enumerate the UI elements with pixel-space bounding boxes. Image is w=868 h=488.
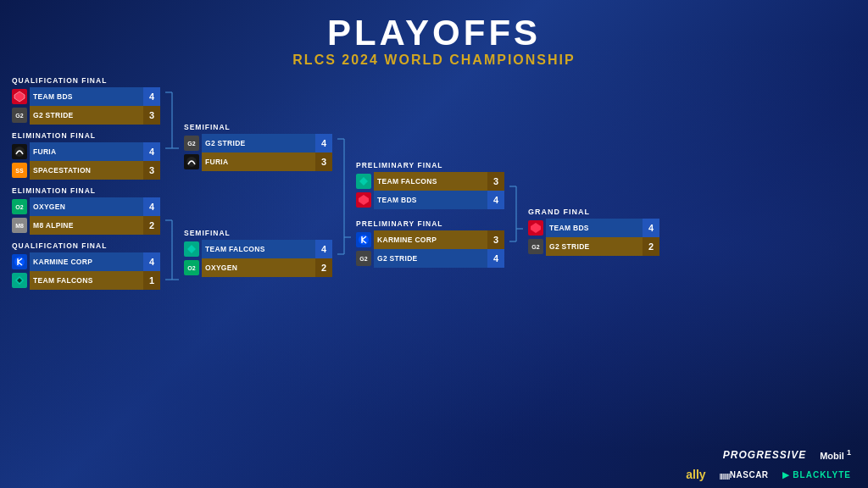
icon-furia <box>12 144 27 159</box>
connector-svg-1-2 <box>165 76 179 364</box>
svg-marker-14 <box>187 245 196 253</box>
icon-furia-sf1 <box>184 154 199 169</box>
sponsors-row1: PROGRESSIVE Mobil 1 <box>723 448 851 461</box>
round-label-sf2: SEMIFINAL <box>184 229 332 237</box>
sponsor-nascar: |||||||NASCAR <box>720 470 769 480</box>
prelim-final-2: PRELIMINARY FINAL KARMINE CORP 3 G2 G2 S… <box>356 219 504 268</box>
connector-2-3 <box>337 123 351 411</box>
team-row-bds-1: TEAM BDS 4 <box>12 87 160 106</box>
label-ss: SPACESTATION <box>30 161 143 180</box>
name-ss: SPACESTATION <box>33 166 139 175</box>
icon-falcons-qf2 <box>12 273 27 288</box>
label-m8: M8 ALPINE <box>30 216 143 235</box>
score-oxygen-sf2: 2 <box>315 258 332 277</box>
label-g2-sf1: G2 STRIDE <box>202 134 315 152</box>
name-oxygen-sf2: OXYGEN <box>205 263 311 272</box>
team-row-falcons-sf2: TEAM FALCONS 4 <box>184 240 332 258</box>
col-semifinals: SEMIFINAL G2 G2 STRIDE 4 FURIA <box>184 123 332 277</box>
col-grand-final: GRAND FINAL TEAM BDS 4 G2 G2 STRIDE <box>528 208 659 256</box>
label-g2-pf2: G2 STRIDE <box>374 249 487 268</box>
team-row-g2-sf1: G2 G2 STRIDE 4 <box>184 134 332 152</box>
icon-g2-qf1: G2 <box>12 108 27 123</box>
team-row-bds-gf: TEAM BDS 4 <box>528 219 659 237</box>
score-falcons-sf2: 4 <box>315 240 332 258</box>
name-falcons-pf1: TEAM FALCONS <box>377 177 483 186</box>
score-g2-qf1: 3 <box>143 106 160 125</box>
icon-m8: M8 <box>12 218 27 233</box>
svg-point-2 <box>14 257 25 267</box>
semifinal-1: SEMIFINAL G2 G2 STRIDE 4 FURIA <box>184 123 332 171</box>
semifinal-spacer <box>184 178 332 229</box>
score-bds-gf: 4 <box>643 219 659 237</box>
label-bds-pf1: TEAM BDS <box>374 191 487 209</box>
score-g2-gf: 2 <box>643 237 659 256</box>
team-row-m8: M8 M8 ALPINE 2 <box>12 216 160 235</box>
qual-final-1: QUALIFICATION FINAL TEAM BDS 4 G2 G2 STR… <box>12 76 160 125</box>
team-row-g2-gf: G2 G2 STRIDE 2 <box>528 237 659 256</box>
team-row-falcons-pf1: TEAM FALCONS 3 <box>356 172 504 191</box>
icon-bds-pf1 <box>356 192 371 208</box>
name-oxygen: OXYGEN <box>33 202 139 211</box>
name-kc-qf2: KARMINE CORP <box>33 258 139 266</box>
name-g2-gf: G2 STRIDE <box>549 242 638 251</box>
score-ss: 3 <box>143 161 160 180</box>
connector-svg-3-4 <box>509 161 523 449</box>
grand-final: GRAND FINAL TEAM BDS 4 G2 G2 STRIDE <box>528 208 659 256</box>
qual-final-2: QUALIFICATION FINAL KARMINE CORP 4 <box>12 241 160 290</box>
label-bds-1: TEAM BDS <box>30 87 143 106</box>
team-row-bds-pf1: TEAM BDS 4 <box>356 191 504 209</box>
sponsor-progressive: PROGRESSIVE <box>723 449 806 461</box>
name-furia-sf1: FURIA <box>205 158 311 166</box>
icon-oxygen-sf2: O2 <box>184 260 199 275</box>
label-bds-gf: TEAM BDS <box>546 219 643 237</box>
round-label-ef2: ELIMINATION FINAL <box>12 186 160 195</box>
sponsor-blacklyte: ▶ BLACKLYTE <box>782 470 851 480</box>
team-row-furia-sf1: FURIA 3 <box>184 152 332 171</box>
label-g2-qf1: G2 STRIDE <box>30 106 143 125</box>
icon-g2-gf: G2 <box>528 239 543 254</box>
svg-point-13 <box>186 157 197 167</box>
subtitle: RLCS 2024 WORLD CHAMPIONSHIP <box>0 53 868 68</box>
name-bds-pf1: TEAM BDS <box>377 196 483 204</box>
semifinal-2: SEMIFINAL TEAM FALCONS 4 O2 OXYGEN <box>184 229 332 277</box>
icon-g2-sf1: G2 <box>184 136 199 151</box>
round-label-sf1: SEMIFINAL <box>184 123 332 131</box>
label-oxygen-sf2: OXYGEN <box>202 258 315 277</box>
icon-bds-gf <box>528 220 543 236</box>
label-falcons-qf2: TEAM FALCONS <box>30 271 143 290</box>
sponsor-mobil: Mobil 1 <box>820 448 851 461</box>
score-oxygen: 4 <box>143 197 160 216</box>
icon-g2-pf2: G2 <box>356 251 371 266</box>
score-furia: 4 <box>143 142 160 161</box>
score-falcons-pf1: 3 <box>487 172 504 191</box>
col-round1: QUALIFICATION FINAL TEAM BDS 4 G2 G2 STR… <box>12 76 160 290</box>
team-row-g2-qf1: G2 G2 STRIDE 3 <box>12 106 160 125</box>
icon-falcons-pf1 <box>356 174 371 189</box>
sponsors-section: PROGRESSIVE Mobil 1 ally |||||||NASCAR ▶… <box>614 448 851 481</box>
team-row-kc-pf2: KARMINE CORP 3 <box>356 230 504 249</box>
svg-marker-0 <box>14 92 25 102</box>
score-kc-qf2: 4 <box>143 252 160 271</box>
svg-point-22 <box>359 235 369 245</box>
score-furia-sf1: 3 <box>315 152 332 171</box>
page-background: PLAYOFFS RLCS 2024 WORLD CHAMPIONSHIP QU… <box>0 0 868 449</box>
team-row-oxygen-sf2: O2 OXYGEN 2 <box>184 258 332 277</box>
label-g2-gf: G2 STRIDE <box>546 237 643 256</box>
name-bds-gf: TEAM BDS <box>549 224 638 232</box>
name-g2-qf1: G2 STRIDE <box>33 111 139 119</box>
col-prelim: PRELIMINARY FINAL TEAM FALCONS 3 <box>356 161 504 268</box>
round-label-pf2: PRELIMINARY FINAL <box>356 219 504 228</box>
team-row-oxygen: O2 OXYGEN 4 <box>12 197 160 216</box>
name-falcons-sf2: TEAM FALCONS <box>205 245 311 253</box>
label-kc-qf2: KARMINE CORP <box>30 252 143 271</box>
round-label-qf2: QUALIFICATION FINAL <box>12 241 160 250</box>
score-g2-pf2: 4 <box>487 249 504 268</box>
icon-falcons-sf2 <box>184 241 199 257</box>
name-m8: M8 ALPINE <box>33 221 139 230</box>
name-furia: FURIA <box>33 147 139 156</box>
round-label-gf: GRAND FINAL <box>528 208 659 216</box>
name-kc-pf2: KARMINE CORP <box>377 236 483 244</box>
prelim-final-1: PRELIMINARY FINAL TEAM FALCONS 3 <box>356 161 504 209</box>
connector-3-4 <box>509 161 523 449</box>
icon-ss: SS <box>12 163 27 178</box>
